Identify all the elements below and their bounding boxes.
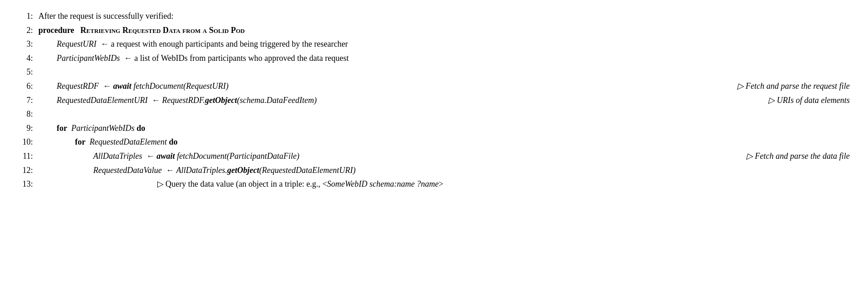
line-content-4: ParticipantWebIDs ← a list of WebIDs fro… (38, 51, 850, 65)
line-content-2: procedure Retrieving Requested Data from… (38, 23, 850, 38)
var-requesteddatavalue: RequestedDataValue (93, 166, 162, 175)
line-number-11: 11: (18, 149, 33, 163)
comment-6: ▷ Fetch and parse the request file (719, 79, 850, 93)
var-requesturi: RequestURI (57, 39, 96, 48)
func-fetchdocument-6: fetchDocument(RequestURI) (133, 81, 229, 91)
line-text-5 (38, 65, 850, 79)
line-content-10: for RequestedDataElement do (38, 135, 850, 149)
comment-7: ▷ URIs of data elements (750, 93, 850, 108)
line-7: 7: RequestedDataElementURI ← RequestRDF.… (18, 93, 850, 108)
line-number-1: 1: (18, 9, 33, 23)
line-content-11: AllDataTriples ← await fetchDocument(Par… (38, 149, 850, 163)
line-text-11: AllDataTriples ← await fetchDocument(Par… (93, 149, 728, 163)
line-number-5: 5: (18, 65, 33, 79)
var-requesteddataelementuri: RequestedDataElementURI (57, 96, 148, 105)
line-3: 3: RequestURI ← a request with enough pa… (18, 37, 850, 51)
line-text-7: RequestedDataElementURI ← RequestRDF.get… (57, 93, 750, 108)
line-number-4: 4: (18, 51, 33, 65)
line-number-2: 2: (18, 23, 33, 38)
line-text-9: for ParticipantWebIDs do (57, 121, 850, 135)
line-text-2: procedure Retrieving Requested Data from… (38, 23, 850, 38)
keyword-for-9: for (57, 124, 67, 133)
func-getobject-7: RequestRDF.getObject(schema.DataFeedItem… (162, 96, 317, 105)
line-text-12: RequestedDataValue ← AllDataTriples.getO… (93, 163, 850, 178)
func-fetchdocument-11: fetchDocument(ParticipantDataFile) (177, 151, 299, 161)
line-text-13: ▷ Query the data value (an object in a t… (93, 177, 850, 191)
line-number-10: 10: (18, 135, 33, 149)
line-content-3: RequestURI ← a request with enough parti… (38, 37, 850, 51)
var-requestrdf: RequestRDF (57, 81, 99, 91)
line-content-7: RequestedDataElementURI ← RequestRDF.get… (38, 93, 850, 108)
line-content-6: RequestRDF ← await fetchDocument(Request… (38, 79, 850, 93)
line-text-3: RequestURI ← a request with enough parti… (57, 37, 850, 51)
line-2: 2: procedure Retrieving Requested Data f… (18, 23, 850, 38)
var-alldatatriples: AllDataTriples (93, 151, 142, 161)
line-number-13: 13: (18, 177, 33, 191)
line-number-3: 3: (18, 37, 33, 51)
line-6: 6: RequestRDF ← await fetchDocument(Requ… (18, 79, 850, 93)
procedure-keyword: procedure (38, 26, 74, 35)
keyword-for-10: for (75, 137, 85, 146)
line-12: 12: RequestedDataValue ← AllDataTriples.… (18, 163, 850, 178)
line-text-6: RequestRDF ← await fetchDocument(Request… (57, 79, 719, 93)
line-text-10: for RequestedDataElement do (75, 135, 850, 149)
line-number-6: 6: (18, 79, 33, 93)
line-text-1: After the request is successfully verifi… (38, 9, 850, 23)
keyword-do-10: do (169, 137, 177, 146)
line-content-13: ▷ Query the data value (an object in a t… (38, 177, 850, 191)
line-9: 9: for ParticipantWebIDs do (18, 121, 850, 135)
var-participantwebids-9: ParticipantWebIDs (71, 124, 134, 133)
line-text-4: ParticipantWebIDs ← a list of WebIDs fro… (57, 51, 850, 65)
line-number-7: 7: (18, 93, 33, 108)
keyword-await-6: await (113, 81, 131, 91)
line-number-8: 8: (18, 107, 33, 121)
line-8: 8: (18, 107, 850, 121)
line-content-1: After the request is successfully verifi… (38, 9, 850, 23)
line-11: 11: AllDataTriples ← await fetchDocument… (18, 149, 850, 163)
keyword-do-9: do (137, 124, 145, 133)
algorithm-container: 1: After the request is successfully ver… (18, 9, 850, 191)
line-10: 10: for RequestedDataElement do (18, 135, 850, 149)
line-content-9: for ParticipantWebIDs do (38, 121, 850, 135)
var-requesteddataelement: RequestedDataElement (90, 137, 167, 146)
line-1: 1: After the request is successfully ver… (18, 9, 850, 23)
keyword-await-11: await (157, 151, 175, 161)
line-13: 13: ▷ Query the data value (an object in… (18, 177, 850, 191)
line-number-12: 12: (18, 163, 33, 178)
line-text-8 (38, 107, 850, 121)
comment-11: ▷ Fetch and parse the data file (728, 149, 850, 163)
var-participantwebids: ParticipantWebIDs (57, 54, 120, 63)
line-4: 4: ParticipantWebIDs ← a list of WebIDs … (18, 51, 850, 65)
line-5: 5: (18, 65, 850, 79)
line-number-9: 9: (18, 121, 33, 135)
procedure-title: Retrieving Requested Data from a Solid P… (80, 26, 245, 35)
line-content-8 (38, 107, 850, 121)
line-content-12: RequestedDataValue ← AllDataTriples.getO… (38, 163, 850, 178)
func-getobject-12: AllDataTriples.getObject(RequestedDataEl… (176, 166, 355, 175)
line-content-5 (38, 65, 850, 79)
